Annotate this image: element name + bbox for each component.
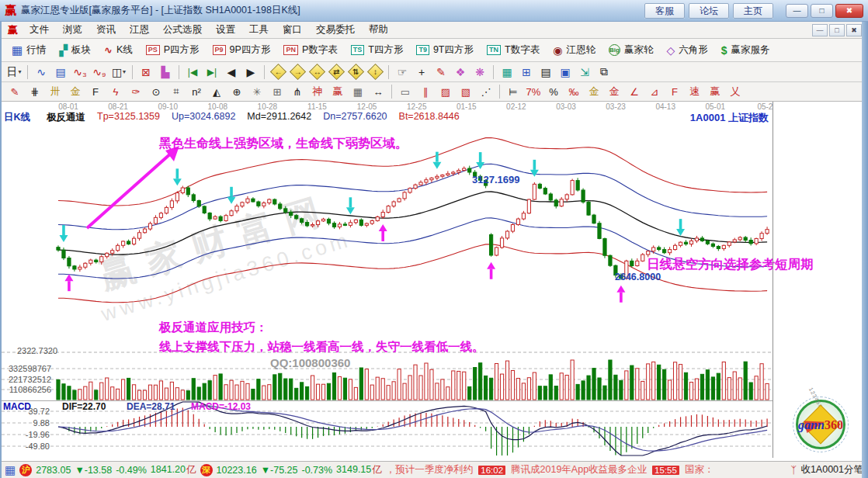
- gann-circle-tool-icon[interactable]: ⊙: [146, 84, 166, 100]
- crosshair-tool-icon[interactable]: +: [412, 64, 431, 81]
- hand-tool-icon[interactable]: ☞: [393, 64, 411, 81]
- percent-tool-icon[interactable]: %: [543, 84, 564, 100]
- save-icon[interactable]: ▣: [556, 64, 575, 81]
- child-close-button[interactable]: ✖: [846, 24, 862, 36]
- fence-tool-icon[interactable]: ⋕: [25, 84, 45, 100]
- toolbar-item-winner-service[interactable]: $赢家服务: [716, 42, 776, 58]
- toolbar-item-quotes[interactable]: ▦行情: [6, 42, 51, 58]
- export-icon[interactable]: ⇲: [575, 64, 594, 81]
- print-icon[interactable]: ⧉: [595, 64, 613, 81]
- child-minimize-button[interactable]: —: [812, 24, 828, 36]
- toolbar-item-sectors[interactable]: ▞板块: [54, 42, 96, 58]
- stamp-tool-icon[interactable]: ❖: [451, 64, 470, 81]
- main-candlestick-plot[interactable]: [0, 123, 862, 358]
- gold-line2-tool-icon[interactable]: 金: [604, 84, 624, 100]
- n2-tool-icon[interactable]: n²: [186, 84, 207, 100]
- toolbar-item-kline[interactable]: ∿K线: [99, 42, 138, 58]
- candle-style-icon[interactable]: ◫▾: [109, 64, 128, 81]
- toolbar-item-winner-wheel[interactable]: Big赢家轮: [603, 42, 659, 58]
- market-grid-icon[interactable]: ▦: [5, 463, 16, 477]
- menu-tools[interactable]: 工具: [242, 22, 276, 38]
- homepage-button[interactable]: 主页: [733, 3, 773, 19]
- next-bar-icon[interactable]: ▶: [241, 64, 260, 81]
- x-lines-tool-icon[interactable]: 乂: [725, 84, 745, 100]
- angle-line-tool-icon[interactable]: ∠: [624, 84, 644, 100]
- toolbar-item-9p-square[interactable]: P99P四方形: [207, 42, 276, 58]
- toolbar-item-hexagon[interactable]: ◇六角形: [661, 42, 713, 58]
- pattern-tool-icon[interactable]: ❋: [470, 64, 489, 81]
- expand-h-icon[interactable]: ↔: [307, 64, 326, 81]
- formula-icon[interactable]: ⊠: [137, 64, 155, 81]
- grid-tool-icon[interactable]: ▦: [348, 84, 368, 100]
- child-restore-button[interactable]: □: [829, 24, 845, 36]
- red-pen-tool-icon[interactable]: ✑: [126, 84, 146, 100]
- restore-button[interactable]: □: [811, 4, 833, 18]
- close-button[interactable]: ✖: [835, 4, 863, 18]
- chart-area[interactable]: 08-0108-2109-1010-0810-2811-1512-0512-25…: [0, 102, 862, 461]
- zoom-right-icon[interactable]: →: [288, 64, 307, 81]
- jump-first-icon[interactable]: |◀: [183, 64, 202, 81]
- slant-lines-tool-icon[interactable]: ⋰: [476, 84, 496, 100]
- shade-rect-tool-icon[interactable]: ▨: [436, 84, 456, 100]
- jump-last-icon[interactable]: ▶|: [203, 64, 221, 81]
- speed-line-tool-icon[interactable]: 速: [685, 84, 705, 100]
- news-ticker[interactable]: ，预计一季度净利约16:02腾讯成2019年App收益最多企业15:55国家：: [386, 463, 787, 476]
- fan-f-tool-icon[interactable]: F: [85, 84, 106, 100]
- permille-tool-icon[interactable]: ‰: [564, 84, 584, 100]
- rect-tool-icon[interactable]: ▭: [395, 84, 415, 100]
- minimize-button[interactable]: —: [786, 4, 808, 18]
- menu-settings[interactable]: 设置: [209, 22, 242, 38]
- menu-file[interactable]: 文件: [23, 22, 56, 38]
- expand-v-icon[interactable]: ⇅: [346, 64, 365, 81]
- wave-9-icon[interactable]: ∿₉: [90, 64, 109, 81]
- scale-tool-icon[interactable]: ⊨: [503, 84, 523, 100]
- triangle-tool-icon[interactable]: ⊿: [644, 84, 665, 100]
- percent7-tool-icon[interactable]: 7%: [523, 84, 543, 100]
- annotate-tool-icon[interactable]: ✎: [432, 64, 450, 81]
- gold-line-tool-icon[interactable]: 金: [584, 84, 604, 100]
- timeshare-chart-icon[interactable]: ▙: [156, 64, 175, 81]
- window-frame-right[interactable]: [862, 22, 868, 478]
- compress-v-icon[interactable]: ↕: [366, 64, 384, 81]
- period-day-icon[interactable]: 日▾: [5, 64, 23, 81]
- calendar-icon[interactable]: ▦: [498, 64, 516, 81]
- calculator-icon[interactable]: ⊞: [517, 64, 536, 81]
- prev-bar-icon[interactable]: ◀: [222, 64, 241, 81]
- f-angle-tool-icon[interactable]: F: [665, 84, 685, 100]
- menu-browse[interactable]: 浏览: [56, 22, 89, 38]
- menu-trade[interactable]: 交易委托: [309, 22, 362, 38]
- angle-tool-icon[interactable]: ◭: [207, 84, 227, 100]
- magic-tool-icon[interactable]: 神: [307, 84, 328, 100]
- toolbar-item-t-table[interactable]: TNT数字表: [481, 42, 545, 58]
- spring-tool-icon[interactable]: ϟ: [106, 84, 126, 100]
- info-note-icon[interactable]: ▤: [51, 64, 70, 81]
- wave-3-icon[interactable]: ∿₃: [71, 64, 89, 81]
- radial-lines-tool-icon[interactable]: ∥: [415, 84, 436, 100]
- pen-tool-icon[interactable]: ✎: [5, 84, 25, 100]
- trend-curves-icon[interactable]: ∿: [32, 64, 50, 81]
- volume-plot[interactable]: [0, 358, 862, 400]
- grid-rect-tool-icon[interactable]: ▧: [456, 84, 476, 100]
- notebook-icon[interactable]: ▤: [536, 64, 555, 81]
- toolbar-item-gann-wheel[interactable]: ◉江恩轮: [547, 42, 601, 58]
- winner-tool-icon[interactable]: 赢: [328, 84, 348, 100]
- wheel-tool-icon[interactable]: ⊕: [227, 84, 247, 100]
- forum-button[interactable]: 论坛: [689, 3, 729, 19]
- menu-formula-pick[interactable]: 公式选股: [156, 22, 209, 38]
- winner-angle-tool-icon[interactable]: 赢: [705, 84, 725, 100]
- fork-tool-icon[interactable]: ⋔: [287, 84, 307, 100]
- toolbar-item-p-table[interactable]: PNP数字表: [278, 42, 342, 58]
- zoom-left-icon[interactable]: ←: [269, 64, 287, 81]
- compress-h-icon[interactable]: ⇄: [327, 64, 345, 81]
- customer-service-button[interactable]: 客服: [644, 3, 685, 19]
- menu-gann[interactable]: 江恩: [123, 22, 156, 38]
- gann-box-tool-icon[interactable]: ⊞: [267, 84, 287, 100]
- menu-news[interactable]: 资讯: [89, 22, 123, 38]
- menu-window[interactable]: 窗口: [276, 22, 309, 38]
- gold-gate-tool-icon[interactable]: 卅: [45, 84, 65, 100]
- width-tool-icon[interactable]: ↔: [368, 84, 388, 100]
- gold-gate9-tool-icon[interactable]: 金: [65, 84, 85, 100]
- toolbar-item-9t-square[interactable]: T99T四方形: [411, 42, 479, 58]
- menu-help[interactable]: 帮助: [362, 22, 395, 38]
- grid-small-tool-icon[interactable]: ⌗: [166, 84, 186, 100]
